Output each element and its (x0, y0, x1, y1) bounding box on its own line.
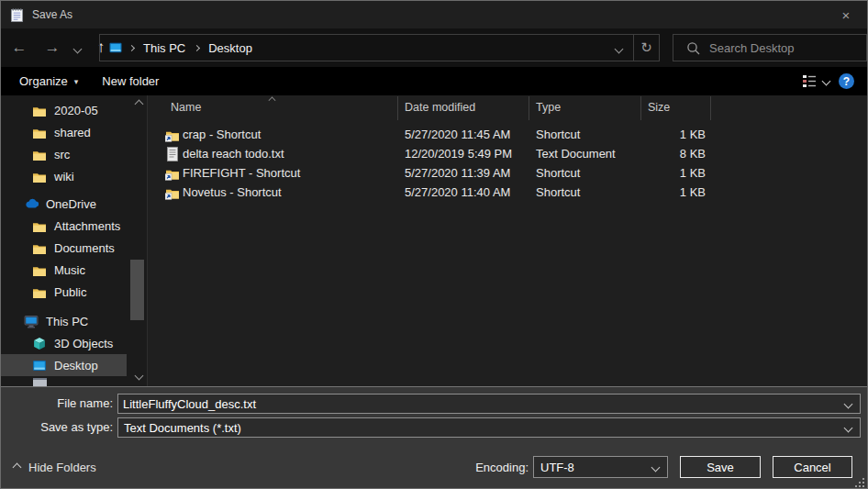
save-as-type-select[interactable]: Text Documents (*.txt) (117, 417, 861, 438)
sidebar-item-wiki[interactable]: wiki (1, 165, 127, 187)
column-header-name[interactable]: Name (171, 101, 201, 114)
sort-ascending-icon (269, 97, 276, 105)
sidebar-item-attachments[interactable]: Attachments (1, 215, 127, 237)
folder-shortcut-icon (165, 185, 180, 200)
chevron-down-icon (72, 45, 82, 54)
file-list: Name Date modified Type Size crap - Shor… (148, 95, 868, 386)
breadcrumb-this-pc[interactable]: This PC (139, 41, 189, 55)
encoding-label: Encoding: (420, 461, 529, 474)
file-date: 5/27/2020 11:39 AM (405, 166, 510, 180)
sidebar-item-2020-05[interactable]: 2020-05 (1, 99, 127, 121)
partially-visible-item-icon (33, 378, 47, 386)
save-as-dialog: Save As × ← → ↑ This PC Desktop ↻ Organi… (0, 0, 868, 489)
title-bar: Save As × (1, 1, 867, 28)
sidebar-item-this-pc[interactable]: This PC (1, 310, 127, 332)
sidebar-item-src[interactable]: src (1, 143, 127, 165)
encoding-select[interactable]: UTF-8 (533, 456, 668, 478)
file-row-crap-shortcut[interactable]: crap - Shortcut 5/27/2020 11:45 AM Short… (148, 126, 868, 145)
save-as-type-label: Save as type: (5, 420, 113, 434)
sidebar-item-label: This PC (46, 315, 88, 328)
change-view-button[interactable] (802, 74, 829, 88)
sidebar-item-music[interactable]: Music (1, 259, 127, 281)
this-pc-icon (107, 41, 124, 54)
chevron-up-icon (13, 463, 22, 472)
file-size: 8 KB (648, 147, 706, 161)
file-list-header: Name Date modified Type Size (148, 95, 868, 120)
sidebar-item-label: OneDrive (46, 197, 96, 211)
file-type: Shortcut (536, 185, 580, 199)
file-name-combobox[interactable] (117, 394, 861, 414)
file-name: FIREFIGHT - Shortcut (183, 166, 300, 180)
save-button[interactable]: Save (680, 456, 761, 478)
hide-folders-label: Hide Folders (28, 461, 96, 474)
close-button[interactable]: × (825, 1, 867, 28)
column-header-size[interactable]: Size (648, 101, 670, 114)
folder-icon (31, 220, 48, 232)
cube-3d-icon (31, 337, 48, 350)
sidebar-item-shared[interactable]: shared (1, 121, 127, 143)
onedrive-cloud-icon (23, 198, 39, 209)
sidebar-item-documents[interactable]: Documents (1, 237, 127, 259)
navigation-bar: ← → ↑ This PC Desktop ↻ (1, 28, 867, 67)
chevron-down-icon (844, 399, 853, 408)
sidebar-item-3d-objects[interactable]: 3D Objects (1, 332, 127, 354)
chevron-down-icon (822, 77, 831, 86)
file-type: Text Document (536, 147, 616, 161)
refresh-button[interactable]: ↻ (633, 35, 659, 61)
scroll-down-icon[interactable] (135, 372, 144, 381)
column-header-date-modified[interactable]: Date modified (405, 101, 475, 114)
help-button[interactable]: ? (839, 73, 854, 89)
computer-monitor-icon (23, 315, 39, 328)
sidebar-item-desktop[interactable]: Desktop (1, 354, 127, 376)
folder-icon (31, 171, 48, 183)
sidebar-item-public[interactable]: Public (1, 281, 127, 303)
address-dropdown-button[interactable] (604, 39, 633, 56)
search-box[interactable] (673, 34, 867, 61)
file-name: Novetus - Shortcut (183, 185, 282, 199)
encoding-value: UTF-8 (540, 461, 574, 474)
file-row-delta-reach-todo[interactable]: delta reach todo.txt 12/20/2019 5:49 PM … (148, 145, 868, 164)
breadcrumb-separator-icon (128, 44, 135, 50)
new-folder-button[interactable]: New folder (102, 74, 159, 88)
hide-folders-button[interactable]: Hide Folders (14, 461, 96, 474)
organize-button[interactable]: Organize ▾ (19, 74, 78, 88)
folder-icon (31, 242, 48, 254)
file-name-input[interactable] (123, 395, 829, 412)
sidebar-item-onedrive[interactable]: OneDrive (1, 193, 127, 215)
folder-icon (31, 149, 48, 161)
organize-label: Organize (19, 74, 68, 88)
recent-locations-dropdown[interactable] (67, 39, 87, 56)
footer-panel: File name: Save as type: Text Documents … (1, 386, 867, 489)
column-divider[interactable] (529, 96, 529, 120)
file-row-firefight-shortcut[interactable]: FIREFIGHT - Shortcut 5/27/2020 11:39 AM … (148, 164, 868, 183)
folder-icon (31, 127, 48, 139)
file-type: Shortcut (536, 128, 580, 141)
breadcrumb-separator-icon (194, 44, 200, 50)
column-divider[interactable] (710, 96, 711, 120)
file-row-novetus-shortcut[interactable]: Novetus - Shortcut 5/27/2020 11:40 AM Sh… (148, 183, 868, 203)
column-header-type[interactable]: Type (536, 101, 561, 114)
search-input[interactable] (709, 41, 856, 55)
navigation-pane: 2020-05 shared src wiki OneDrive Attachm… (1, 95, 148, 386)
file-date: 5/27/2020 11:40 AM (405, 185, 510, 199)
column-divider[interactable] (640, 96, 641, 120)
sidebar-item-label: Desktop (54, 359, 98, 372)
chevron-down-icon (844, 423, 853, 432)
folder-shortcut-icon (165, 128, 180, 142)
file-date: 5/27/2020 11:45 AM (405, 128, 510, 141)
save-as-type-value: Text Documents (*.txt) (124, 421, 241, 435)
cancel-button[interactable]: Cancel (773, 456, 852, 478)
file-name: delta reach todo.txt (183, 147, 284, 161)
back-button[interactable]: ← (1, 39, 38, 57)
chevron-down-icon (651, 462, 661, 472)
resize-grip[interactable] (855, 478, 864, 487)
file-size: 1 KB (648, 128, 706, 141)
forward-button[interactable]: → (38, 39, 67, 57)
address-bar[interactable]: This PC Desktop ↻ (99, 34, 660, 61)
breadcrumb-desktop[interactable]: Desktop (205, 41, 256, 55)
scroll-up-icon[interactable] (135, 100, 144, 109)
sidebar-scrollbar-thumb[interactable] (130, 260, 144, 320)
column-divider[interactable] (397, 96, 398, 120)
sidebar-item-label: src (54, 148, 70, 161)
triangle-down-icon: ▾ (74, 77, 79, 86)
